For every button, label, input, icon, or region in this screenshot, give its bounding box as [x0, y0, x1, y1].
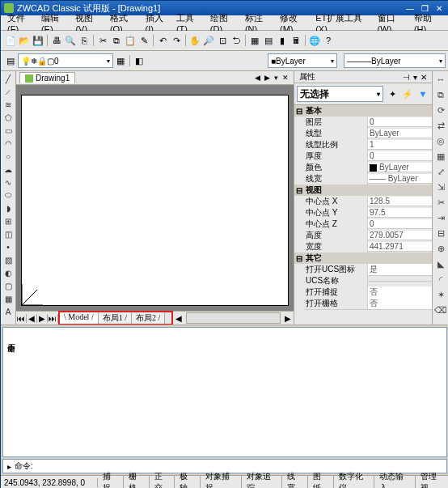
block-icon[interactable]: ◫ [2, 228, 14, 240]
undo-icon[interactable]: ↶ [156, 34, 169, 47]
prop-value[interactable]: 1 [368, 140, 432, 150]
revcloud-icon[interactable]: ☁ [2, 163, 14, 175]
status-toggle[interactable]: 线宽 [282, 476, 308, 488]
text-icon[interactable]: A [2, 306, 14, 317]
prop-value[interactable]: 279.0057 [368, 231, 432, 240]
gradient-icon[interactable]: ◐ [2, 267, 14, 278]
tab-next-icon[interactable]: ▶ [263, 74, 272, 82]
layout-scroll-right-icon[interactable]: ▶ [282, 314, 294, 323]
h-scrollbar[interactable] [186, 312, 281, 324]
layout-tab[interactable]: \ Model / [60, 312, 99, 324]
tool-palette-icon[interactable]: ▮ [276, 34, 289, 47]
layout-last-icon[interactable]: ⏭ [48, 314, 58, 323]
collapse-icon[interactable]: ⊟ [294, 254, 304, 263]
layout-tab[interactable]: 布局1 / [99, 312, 132, 324]
status-toggle[interactable]: 动态输入 [374, 476, 416, 488]
prop-value[interactable]: 0 [368, 117, 432, 127]
help-icon[interactable]: ? [322, 34, 335, 47]
prop-value[interactable]: 否 [368, 286, 432, 299]
prop-value[interactable]: 441.2971 [368, 242, 432, 252]
status-toggle[interactable]: 正交 [150, 476, 175, 488]
status-toggle[interactable]: 图纸 [308, 476, 334, 488]
stretch-icon[interactable]: ⇲ [434, 180, 447, 193]
tab-close-icon[interactable]: ✕ [281, 74, 290, 82]
circle-icon[interactable]: ○ [2, 151, 14, 162]
rotate-icon[interactable]: ⟳ [434, 104, 447, 117]
props-menu-icon[interactable]: ▾ [412, 73, 419, 82]
prop-value[interactable]: 0 [368, 219, 432, 229]
erase-icon[interactable]: ⌫ [434, 303, 447, 316]
status-toggle[interactable]: 数字化仪 [334, 476, 375, 488]
props-icon[interactable]: ▦ [248, 34, 261, 47]
collapse-icon[interactable]: ⊟ [294, 186, 304, 195]
layout-first-icon[interactable]: ⏮ [16, 314, 27, 323]
spline-icon[interactable]: ∿ [2, 176, 14, 188]
selection-combo[interactable]: 无选择▾ [297, 86, 383, 102]
arc-icon[interactable]: ◠ [2, 138, 14, 149]
move-icon[interactable]: ↔ [434, 73, 447, 86]
preview-icon[interactable]: 🔍 [64, 34, 77, 47]
prop-value[interactable]: 否 [368, 298, 432, 310]
layout-tab[interactable]: 布局2 / [132, 312, 165, 324]
layer-combo[interactable]: 💡❄🔒▢ 0▾ [18, 53, 113, 68]
open-icon[interactable]: 📂 [18, 34, 31, 47]
pline-icon[interactable]: ≋ [2, 99, 14, 110]
status-toggle[interactable]: 栅格 [124, 476, 150, 488]
drawing-area[interactable] [16, 85, 294, 311]
fillet-icon[interactable]: ◜ [434, 273, 447, 286]
paste-icon[interactable]: 📋 [124, 34, 137, 47]
rect-icon[interactable]: ▭ [2, 125, 14, 136]
prop-value[interactable]: —— ByLayer [368, 174, 432, 184]
layout-prev-icon[interactable]: ◀ [27, 314, 37, 323]
copy-icon[interactable]: ⧉ [110, 34, 123, 47]
prop-value[interactable]: 97.5 [368, 208, 432, 218]
match-icon[interactable]: ✎ [137, 34, 150, 47]
quick-select-icon[interactable]: ⚡ [401, 87, 414, 100]
scale-icon[interactable]: ⤢ [434, 165, 447, 178]
status-toggle[interactable]: 对象追踪 [242, 476, 283, 488]
status-toggle[interactable]: 管理视 [416, 476, 448, 488]
status-toggle[interactable]: 极轴 [175, 476, 201, 488]
filter-icon[interactable]: ▼ [416, 87, 429, 100]
layer-props-icon[interactable]: ▤ [4, 54, 17, 67]
earth-icon[interactable]: 🌐 [308, 34, 321, 47]
offset-icon[interactable]: ◎ [434, 134, 447, 147]
xline-icon[interactable]: ⟋ [2, 86, 14, 97]
save-icon[interactable]: 💾 [32, 34, 44, 47]
publish-icon[interactable]: ⎘ [78, 34, 91, 47]
prop-value[interactable]: 128.5 [368, 197, 432, 206]
props-pin-icon[interactable]: ⊣ [401, 73, 412, 82]
break-icon[interactable]: ⊟ [434, 227, 447, 240]
region-icon[interactable]: ▢ [2, 280, 14, 291]
color-combo[interactable]: ■ ByLayer▾ [268, 53, 337, 68]
array-icon[interactable]: ▦ [434, 150, 447, 163]
mirror-icon[interactable]: ⇄ [434, 119, 447, 132]
zoom-icon[interactable]: 🔎 [202, 34, 215, 47]
extend-icon[interactable]: ⇥ [434, 211, 447, 224]
layout-next-icon[interactable]: ▶ [37, 314, 48, 323]
new-icon[interactable]: 📄 [4, 34, 17, 47]
ellipse-icon[interactable]: ⬭ [2, 189, 14, 201]
table-icon[interactable]: ▦ [2, 293, 14, 304]
tab-list-icon[interactable]: ▾ [273, 74, 280, 82]
insert-icon[interactable]: ⊞ [2, 215, 14, 227]
zoom-prev-icon[interactable]: ⮌ [230, 34, 243, 47]
line-icon[interactable]: ╱ [2, 73, 14, 84]
hatch-icon[interactable]: ▨ [2, 254, 14, 265]
redo-icon[interactable]: ↷ [170, 34, 183, 47]
color-swatch-icon[interactable]: ◧ [133, 54, 146, 67]
prop-value[interactable]: 是 [368, 264, 432, 276]
prop-value[interactable]: 0 [368, 151, 432, 161]
prop-value[interactable]: ByLayer [368, 129, 432, 138]
print-icon[interactable]: 🖶 [50, 34, 63, 47]
toggle-pick-icon[interactable]: ✦ [386, 87, 399, 100]
linetype-combo[interactable]: ——— ByLayer▾ [344, 53, 446, 68]
command-history[interactable]: 命令历史 [2, 327, 447, 457]
zoom-window-icon[interactable]: ⊡ [216, 34, 229, 47]
props-close-icon[interactable]: ✕ [419, 73, 429, 82]
design-center-icon[interactable]: ▤ [262, 34, 275, 47]
join-icon[interactable]: ⊕ [434, 242, 447, 255]
cut-icon[interactable]: ✂ [96, 34, 109, 47]
chamfer-icon[interactable]: ◣ [434, 257, 447, 270]
calc-icon[interactable]: 🖩 [290, 34, 302, 47]
